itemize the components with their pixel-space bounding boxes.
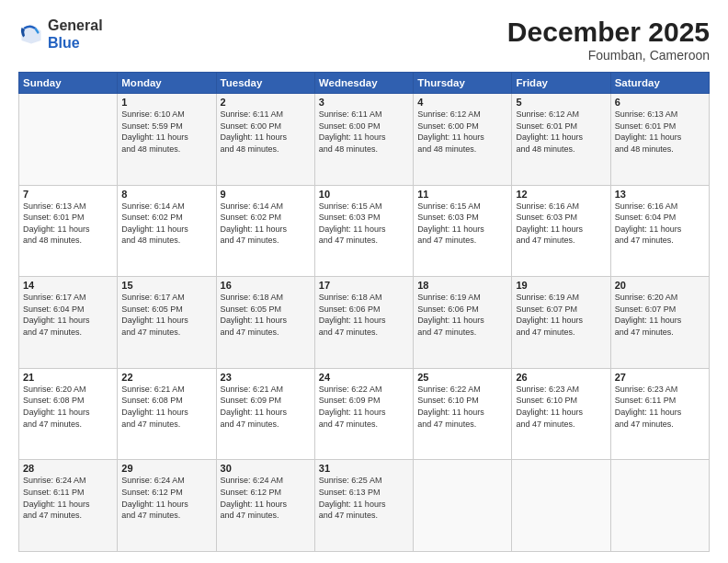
day-number: 15 [121,280,211,291]
day-info: Sunrise: 6:16 AM Sunset: 6:04 PM Dayligh… [615,201,705,247]
day-number: 11 [417,189,507,200]
table-row: 19Sunrise: 6:19 AM Sunset: 6:07 PM Dayli… [512,277,610,369]
day-info: Sunrise: 6:18 AM Sunset: 6:06 PM Dayligh… [319,292,409,338]
col-saturday: Saturday [610,73,709,94]
day-info: Sunrise: 6:24 AM Sunset: 6:11 PM Dayligh… [23,475,113,521]
table-row: 17Sunrise: 6:18 AM Sunset: 6:06 PM Dayli… [314,277,413,369]
day-number: 9 [221,189,311,200]
calendar-header-row: Sunday Monday Tuesday Wednesday Thursday… [19,73,710,94]
day-number: 3 [319,97,409,108]
page: General Blue December 2025 Foumban, Came… [0,0,728,563]
day-info: Sunrise: 6:18 AM Sunset: 6:05 PM Dayligh… [221,292,311,338]
table-row: 24Sunrise: 6:22 AM Sunset: 6:09 PM Dayli… [314,368,413,460]
calendar-week-row: 21Sunrise: 6:20 AM Sunset: 6:08 PM Dayli… [19,368,710,460]
day-info: Sunrise: 6:25 AM Sunset: 6:13 PM Dayligh… [319,475,409,521]
col-tuesday: Tuesday [216,73,314,94]
day-info: Sunrise: 6:19 AM Sunset: 6:06 PM Dayligh… [417,292,507,338]
table-row: 29Sunrise: 6:24 AM Sunset: 6:12 PM Dayli… [118,460,216,552]
day-info: Sunrise: 6:19 AM Sunset: 6:07 PM Dayligh… [516,292,606,338]
day-info: Sunrise: 6:23 AM Sunset: 6:11 PM Dayligh… [615,384,705,430]
table-row: 27Sunrise: 6:23 AM Sunset: 6:11 PM Dayli… [610,368,709,460]
day-number: 8 [121,189,211,200]
col-monday: Monday [118,73,216,94]
day-number: 24 [319,372,409,383]
day-number: 20 [615,280,705,291]
day-info: Sunrise: 6:15 AM Sunset: 6:03 PM Dayligh… [319,201,409,247]
table-row: 28Sunrise: 6:24 AM Sunset: 6:11 PM Dayli… [19,460,118,552]
day-info: Sunrise: 6:24 AM Sunset: 6:12 PM Dayligh… [121,475,211,521]
day-number: 2 [221,97,311,108]
logo-icon [18,21,44,47]
logo-blue: Blue [48,35,80,51]
day-info: Sunrise: 6:15 AM Sunset: 6:03 PM Dayligh… [417,201,507,247]
col-sunday: Sunday [19,73,118,94]
day-info: Sunrise: 6:11 AM Sunset: 6:00 PM Dayligh… [221,109,311,155]
month-title: December 2025 [507,17,710,48]
day-info: Sunrise: 6:21 AM Sunset: 6:09 PM Dayligh… [221,384,311,430]
day-number: 5 [516,97,606,108]
day-info: Sunrise: 6:24 AM Sunset: 6:12 PM Dayligh… [221,475,311,521]
calendar-week-row: 7Sunrise: 6:13 AM Sunset: 6:01 PM Daylig… [19,185,710,277]
day-number: 31 [319,463,409,474]
table-row: 11Sunrise: 6:15 AM Sunset: 6:03 PM Dayli… [414,185,512,277]
logo-general: General [48,17,103,33]
day-info: Sunrise: 6:17 AM Sunset: 6:04 PM Dayligh… [23,292,113,338]
table-row: 1Sunrise: 6:10 AM Sunset: 5:59 PM Daylig… [118,94,216,186]
table-row: 14Sunrise: 6:17 AM Sunset: 6:04 PM Dayli… [19,277,118,369]
table-row: 13Sunrise: 6:16 AM Sunset: 6:04 PM Dayli… [610,185,709,277]
logo: General Blue [18,17,103,52]
day-number: 6 [615,97,705,108]
col-friday: Friday [512,73,610,94]
table-row: 31Sunrise: 6:25 AM Sunset: 6:13 PM Dayli… [314,460,413,552]
day-info: Sunrise: 6:13 AM Sunset: 6:01 PM Dayligh… [23,201,113,247]
table-row: 23Sunrise: 6:21 AM Sunset: 6:09 PM Dayli… [216,368,314,460]
day-number: 27 [615,372,705,383]
day-info: Sunrise: 6:14 AM Sunset: 6:02 PM Dayligh… [221,201,311,247]
table-row [414,460,512,552]
day-number: 1 [121,97,211,108]
day-info: Sunrise: 6:12 AM Sunset: 6:00 PM Dayligh… [417,109,507,155]
day-info: Sunrise: 6:16 AM Sunset: 6:03 PM Dayligh… [516,201,606,247]
table-row: 3Sunrise: 6:11 AM Sunset: 6:00 PM Daylig… [314,94,413,186]
day-info: Sunrise: 6:20 AM Sunset: 6:07 PM Dayligh… [615,292,705,338]
table-row: 4Sunrise: 6:12 AM Sunset: 6:00 PM Daylig… [414,94,512,186]
day-info: Sunrise: 6:20 AM Sunset: 6:08 PM Dayligh… [23,384,113,430]
day-number: 26 [516,372,606,383]
table-row: 7Sunrise: 6:13 AM Sunset: 6:01 PM Daylig… [19,185,118,277]
calendar-week-row: 28Sunrise: 6:24 AM Sunset: 6:11 PM Dayli… [19,460,710,552]
day-number: 25 [417,372,507,383]
day-info: Sunrise: 6:17 AM Sunset: 6:05 PM Dayligh… [121,292,211,338]
day-info: Sunrise: 6:12 AM Sunset: 6:01 PM Dayligh… [516,109,606,155]
table-row: 16Sunrise: 6:18 AM Sunset: 6:05 PM Dayli… [216,277,314,369]
day-number: 19 [516,280,606,291]
day-info: Sunrise: 6:22 AM Sunset: 6:10 PM Dayligh… [417,384,507,430]
day-number: 13 [615,189,705,200]
day-info: Sunrise: 6:11 AM Sunset: 6:00 PM Dayligh… [319,109,409,155]
day-info: Sunrise: 6:22 AM Sunset: 6:09 PM Dayligh… [319,384,409,430]
day-number: 12 [516,189,606,200]
table-row: 25Sunrise: 6:22 AM Sunset: 6:10 PM Dayli… [414,368,512,460]
table-row: 30Sunrise: 6:24 AM Sunset: 6:12 PM Dayli… [216,460,314,552]
day-number: 17 [319,280,409,291]
day-info: Sunrise: 6:21 AM Sunset: 6:08 PM Dayligh… [121,384,211,430]
table-row: 22Sunrise: 6:21 AM Sunset: 6:08 PM Dayli… [118,368,216,460]
table-row [19,94,118,186]
day-number: 30 [221,463,311,474]
day-info: Sunrise: 6:10 AM Sunset: 5:59 PM Dayligh… [121,109,211,155]
table-row: 6Sunrise: 6:13 AM Sunset: 6:01 PM Daylig… [610,94,709,186]
location: Foumban, Cameroon [507,48,710,63]
day-number: 4 [417,97,507,108]
table-row: 15Sunrise: 6:17 AM Sunset: 6:05 PM Dayli… [118,277,216,369]
day-number: 28 [23,463,113,474]
table-row [610,460,709,552]
day-number: 22 [121,372,211,383]
calendar-week-row: 14Sunrise: 6:17 AM Sunset: 6:04 PM Dayli… [19,277,710,369]
day-number: 18 [417,280,507,291]
table-row: 10Sunrise: 6:15 AM Sunset: 6:03 PM Dayli… [314,185,413,277]
header: General Blue December 2025 Foumban, Came… [18,17,710,63]
table-row: 8Sunrise: 6:14 AM Sunset: 6:02 PM Daylig… [118,185,216,277]
table-row: 20Sunrise: 6:20 AM Sunset: 6:07 PM Dayli… [610,277,709,369]
day-number: 23 [221,372,311,383]
table-row: 5Sunrise: 6:12 AM Sunset: 6:01 PM Daylig… [512,94,610,186]
table-row [512,460,610,552]
